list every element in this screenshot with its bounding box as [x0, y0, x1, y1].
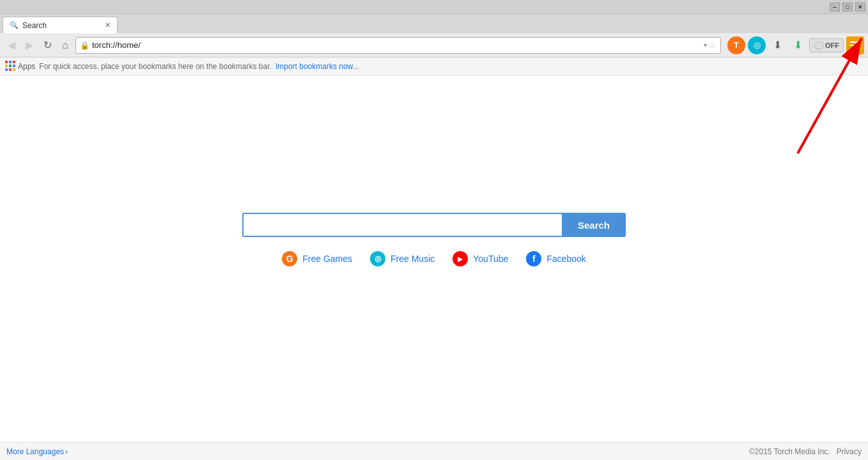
quick-link-free-games[interactable]: G Free Games	[282, 251, 352, 266]
download-icon: ⬇	[773, 39, 782, 51]
apps-dot	[13, 61, 15, 63]
tab-bar: 🔍 Search ✕	[0, 14, 868, 33]
headphones-extension-button[interactable]: ◎	[748, 36, 766, 54]
main-content: Search G Free Games ◎ Free Music ▶ YouTu…	[0, 75, 868, 442]
facebook-icon: f	[526, 251, 541, 266]
apps-dot	[9, 65, 12, 67]
free-games-icon: G	[282, 251, 297, 266]
home-button[interactable]: ⌂	[58, 38, 73, 53]
privacy-link[interactable]: Privacy	[837, 447, 862, 456]
facebook-label: Facebook	[546, 254, 585, 264]
quick-link-facebook[interactable]: f Facebook	[526, 251, 585, 266]
torrent-icon: ⬇	[794, 39, 802, 51]
nav-bar: ◀ ▶ ↻ ⌂ 🔒 ▾ ☆ T ◎ ⬇ ⬇ OFF	[0, 33, 868, 57]
refresh-button[interactable]: ↻	[40, 38, 55, 53]
apps-dot	[5, 65, 8, 67]
apps-dot	[9, 61, 12, 63]
apps-dot	[5, 61, 8, 63]
torch-extension-button[interactable]: T	[727, 36, 745, 54]
quick-link-youtube[interactable]: ▶ YouTube	[453, 251, 508, 266]
address-bar-right: ▾ ☆	[704, 40, 717, 51]
forward-button[interactable]: ▶	[22, 38, 37, 53]
more-languages-label: More Languages	[6, 447, 64, 456]
bookmark-star-button[interactable]: ☆	[708, 40, 717, 51]
apps-button[interactable]: Apps	[5, 61, 35, 72]
search-section: Search G Free Games ◎ Free Music ▶ YouTu…	[242, 213, 626, 266]
apps-grid-icon	[5, 61, 16, 72]
menu-button[interactable]	[846, 36, 864, 54]
free-music-label: Free Music	[391, 254, 435, 264]
address-dropdown-button[interactable]: ▾	[704, 42, 707, 49]
headphones-icon: ◎	[754, 40, 761, 50]
tab-label: Search	[22, 21, 47, 30]
toggle-button[interactable]: OFF	[809, 38, 844, 52]
footer-right: ©2015 Torch Media Inc. Privacy	[749, 447, 862, 456]
apps-dot	[13, 65, 15, 67]
address-input[interactable]	[92, 40, 701, 50]
address-bar-icon: 🔒	[80, 41, 89, 50]
search-input[interactable]	[242, 213, 562, 237]
address-bar: 🔒 ▾ ☆	[75, 37, 721, 54]
home-icon: ⌂	[62, 40, 68, 51]
youtube-label: YouTube	[473, 254, 508, 264]
title-bar-controls: ─ □ ✕	[830, 3, 865, 12]
search-bar: Search	[242, 213, 626, 237]
apps-dot	[13, 68, 15, 71]
download-extension-button[interactable]: ⬇	[768, 36, 786, 54]
menu-icon-line1	[850, 42, 860, 43]
menu-icon-line2	[850, 45, 860, 46]
tab-search-icon: 🔍	[10, 21, 19, 29]
minimize-button[interactable]: ─	[830, 3, 840, 12]
search-button[interactable]: Search	[562, 213, 626, 237]
import-bookmarks-link[interactable]: Import bookmarks now...	[275, 62, 359, 71]
quick-links: G Free Games ◎ Free Music ▶ YouTube f Fa…	[282, 251, 586, 266]
toolbar-extensions: T ◎ ⬇ ⬇	[727, 36, 807, 54]
toggle-label: OFF	[825, 42, 839, 49]
apps-dot	[9, 68, 12, 71]
refresh-icon: ↻	[43, 39, 52, 51]
bookmarks-hint-text: For quick access, place your bookmarks h…	[39, 62, 272, 71]
copyright-text: ©2015 Torch Media Inc.	[749, 447, 830, 456]
back-icon: ◀	[8, 39, 15, 51]
free-games-label: Free Games	[302, 254, 352, 264]
torch-icon: T	[734, 40, 739, 50]
apps-dot	[5, 68, 8, 71]
torrent-extension-button[interactable]: ⬇	[789, 36, 807, 54]
maximize-button[interactable]: □	[842, 3, 853, 12]
toggle-dot	[814, 42, 824, 49]
active-tab[interactable]: 🔍 Search ✕	[3, 17, 118, 33]
bookmarks-bar: Apps For quick access, place your bookma…	[0, 57, 868, 75]
title-bar: ─ □ ✕	[0, 0, 868, 14]
close-button[interactable]: ✕	[855, 3, 865, 12]
menu-icon-line3	[850, 48, 860, 49]
more-languages-link[interactable]: More Languages ›	[6, 447, 68, 456]
back-button[interactable]: ◀	[4, 38, 19, 53]
tab-close-button[interactable]: ✕	[105, 21, 111, 29]
footer: More Languages › ©2015 Torch Media Inc. …	[0, 442, 868, 460]
apps-label: Apps	[18, 62, 35, 71]
free-music-icon: ◎	[370, 251, 385, 266]
forward-icon: ▶	[26, 39, 33, 51]
more-languages-chevron: ›	[65, 447, 68, 456]
quick-link-free-music[interactable]: ◎ Free Music	[370, 251, 435, 266]
youtube-icon: ▶	[453, 251, 468, 266]
